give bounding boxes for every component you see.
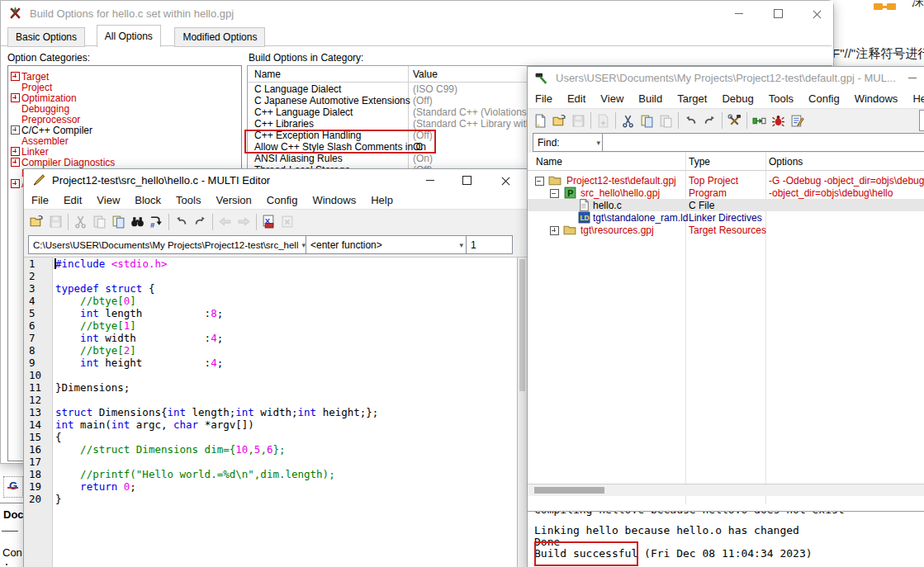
column-header-value[interactable]: Value bbox=[413, 69, 438, 80]
tree-row-hello-c[interactable]: hello.cC File bbox=[528, 199, 924, 211]
build-output-panel[interactable]: Compiling hello.c because hello.o does n… bbox=[528, 511, 924, 567]
paste-icon[interactable] bbox=[656, 111, 675, 130]
menu-item-debug[interactable]: Debug bbox=[714, 92, 761, 105]
project-minimize-button[interactable] bbox=[898, 67, 924, 88]
expander-icon[interactable] bbox=[550, 189, 559, 198]
find-icon[interactable] bbox=[128, 213, 147, 231]
function-combo[interactable]: <enter function> ▾ bbox=[306, 235, 468, 254]
expander-icon[interactable] bbox=[550, 226, 559, 235]
expander-icon[interactable] bbox=[11, 158, 20, 167]
menu-item-windows[interactable]: Windows bbox=[305, 194, 363, 206]
cut-icon[interactable] bbox=[71, 213, 90, 231]
project-titlebar[interactable]: Users\USER\Documents\My Projects\Project… bbox=[528, 67, 924, 88]
connect-icon[interactable] bbox=[750, 111, 769, 130]
cut-icon[interactable] bbox=[618, 111, 637, 130]
category-item-optimization[interactable]: Optimization bbox=[21, 92, 77, 103]
expander-icon[interactable] bbox=[11, 93, 20, 102]
add-file-icon[interactable] bbox=[594, 111, 613, 130]
redo-icon[interactable] bbox=[700, 111, 719, 130]
close-file-icon[interactable] bbox=[278, 213, 297, 231]
menu-item-version[interactable]: Version bbox=[208, 194, 258, 206]
category-item-linker[interactable]: Linker bbox=[21, 146, 49, 157]
editor-maximize-button[interactable] bbox=[452, 169, 481, 191]
file-path-combo[interactable]: C:\Users\USER\Documents\My Projects\Proj… bbox=[28, 235, 310, 254]
expander-icon[interactable] bbox=[11, 125, 20, 135]
expander-icon[interactable] bbox=[11, 147, 20, 156]
minimize-button[interactable] bbox=[724, 2, 754, 24]
close-button[interactable] bbox=[802, 2, 832, 24]
find-combo[interactable]: Find: ▾ bbox=[533, 133, 605, 152]
tab-all-options[interactable]: All Options bbox=[97, 25, 161, 47]
g-desktop-icon[interactable]: G bbox=[3, 476, 23, 498]
line-number-box[interactable]: 1 bbox=[466, 235, 513, 254]
menu-item-edit[interactable]: Edit bbox=[560, 92, 593, 105]
tree-header-name[interactable]: Name bbox=[536, 156, 562, 168]
options-in-category-label: Build Options in Category: bbox=[249, 52, 363, 64]
menu-item-help[interactable]: Help bbox=[905, 92, 924, 105]
editor-scrollbar[interactable] bbox=[517, 258, 527, 567]
forward-icon[interactable] bbox=[235, 213, 254, 231]
build-icon[interactable] bbox=[725, 111, 744, 130]
tree-header-type[interactable]: Type bbox=[689, 156, 710, 168]
line-number: 9 bbox=[29, 357, 36, 369]
tree-horizontal-scrollbar[interactable] bbox=[528, 484, 924, 496]
category-item-assembler[interactable]: Assembler bbox=[21, 135, 69, 146]
menu-item-tools[interactable]: Tools bbox=[761, 92, 801, 105]
undo-icon[interactable] bbox=[681, 111, 700, 130]
category-item-debugging[interactable]: Debugging bbox=[21, 103, 69, 114]
expander-icon[interactable] bbox=[11, 179, 20, 188]
tab-modified-options[interactable]: Modified Options bbox=[174, 27, 265, 47]
tree-row-project12-test-default-gpj[interactable]: Project12-test\default.gpjTop Project-G … bbox=[528, 174, 924, 187]
category-item-c-c-compiler[interactable]: C/C++ Compiler bbox=[21, 125, 92, 135]
menu-item-file[interactable]: File bbox=[24, 194, 56, 206]
column-header-name[interactable]: Name bbox=[254, 69, 281, 80]
tree-row-tgt-standalone-ram-ld[interactable]: LDtgt\standalone_ram.ldLinker Directives bbox=[528, 211, 924, 224]
project-tree[interactable]: Name Type Options Project12-test\default… bbox=[528, 153, 924, 504]
option-name: C Language Dialect bbox=[254, 83, 341, 95]
back-icon[interactable] bbox=[216, 213, 235, 231]
menu-item-help[interactable]: Help bbox=[363, 194, 400, 206]
category-item-compiler-diagnostics[interactable]: Compiler Diagnostics bbox=[21, 157, 115, 168]
menu-item-config[interactable]: Config bbox=[259, 194, 306, 206]
open-icon[interactable] bbox=[550, 111, 569, 130]
menu-item-view[interactable]: View bbox=[89, 194, 127, 206]
category-item-preprocessor[interactable]: Preprocessor bbox=[21, 114, 80, 125]
tab-basic-options[interactable]: Basic Options bbox=[7, 27, 85, 47]
export-excel-icon[interactable]: X bbox=[259, 213, 278, 231]
menu-item-config[interactable]: Config bbox=[801, 92, 847, 105]
editor-minimize-button[interactable] bbox=[415, 169, 445, 191]
category-item-target[interactable]: Target bbox=[21, 71, 49, 82]
menu-item-file[interactable]: File bbox=[528, 92, 560, 105]
menu-item-view[interactable]: View bbox=[593, 92, 631, 105]
category-item-project[interactable]: Project bbox=[21, 82, 52, 92]
editor-menubar: FileEditViewBlockToolsVersionConfigWindo… bbox=[24, 191, 527, 209]
find-input[interactable] bbox=[602, 133, 924, 152]
menu-item-windows[interactable]: Windows bbox=[847, 92, 906, 105]
tree-row-src-hello-hello-gpj[interactable]: Psrc_hello\hello.gpjProgram-object_dir=o… bbox=[528, 187, 924, 199]
save-icon[interactable] bbox=[569, 111, 588, 130]
menu-item-target[interactable]: Target bbox=[670, 92, 714, 105]
tree-header-options[interactable]: Options bbox=[769, 156, 803, 168]
menu-item-tools[interactable]: Tools bbox=[168, 194, 208, 206]
copy-icon[interactable] bbox=[109, 213, 128, 231]
menu-item-edit[interactable]: Edit bbox=[56, 194, 89, 206]
expander-icon[interactable] bbox=[11, 72, 20, 81]
open-icon[interactable] bbox=[27, 213, 46, 231]
debug-icon[interactable] bbox=[769, 111, 788, 130]
editor-icon[interactable] bbox=[788, 111, 807, 130]
paste-icon[interactable] bbox=[90, 213, 109, 231]
editor-close-button[interactable] bbox=[490, 169, 520, 191]
tree-item-type: Target Resources bbox=[689, 224, 766, 236]
save-icon[interactable] bbox=[46, 213, 65, 231]
redo-icon[interactable] bbox=[191, 213, 210, 231]
goto-line-icon[interactable]: # bbox=[147, 213, 166, 231]
menu-item-build[interactable]: Build bbox=[631, 92, 670, 105]
maximize-button[interactable] bbox=[763, 2, 793, 24]
menu-item-block[interactable]: Block bbox=[127, 194, 168, 206]
build-options-titlebar[interactable]: Build Options for hello.c set within hel… bbox=[1, 1, 833, 26]
expander-icon[interactable] bbox=[535, 177, 544, 186]
copy-icon[interactable] bbox=[637, 111, 656, 130]
undo-icon[interactable] bbox=[172, 213, 191, 231]
tree-row-tgt-resources-gpj[interactable]: tgt\resources.gpjTarget Resources bbox=[528, 224, 924, 236]
new-file-icon[interactable] bbox=[531, 111, 550, 130]
